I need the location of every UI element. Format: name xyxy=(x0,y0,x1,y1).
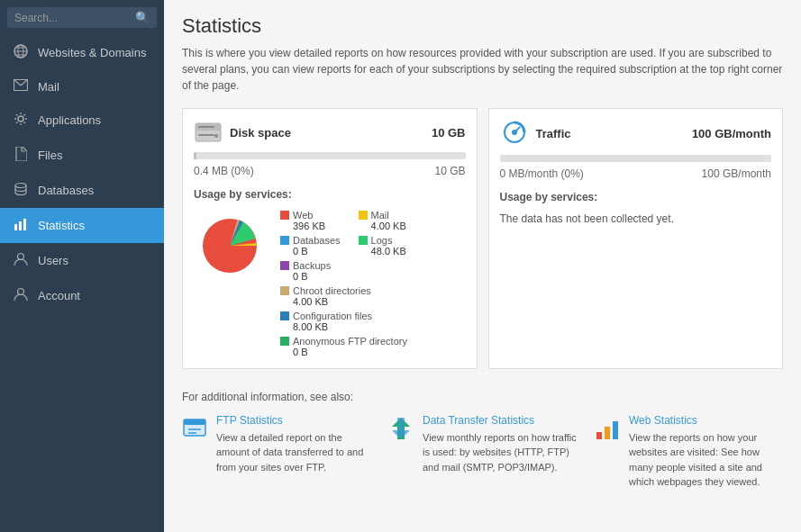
data-transfer-icon xyxy=(388,416,414,441)
legend-chroot: Chroot directories 4.00 KB xyxy=(280,285,418,307)
sidebar-label-applications: Applications xyxy=(38,113,101,127)
sidebar-item-mail[interactable]: Mail xyxy=(0,70,164,103)
sidebar-item-applications[interactable]: Applications xyxy=(0,103,164,138)
svg-rect-23 xyxy=(280,261,289,270)
files-icon xyxy=(13,147,29,164)
search-input[interactable] xyxy=(14,12,135,24)
ftp-statistics-desc: View a detailed report on the amount of … xyxy=(216,432,363,473)
sidebar-label-statistics: Statistics xyxy=(38,219,85,232)
svg-rect-15 xyxy=(198,126,214,128)
sidebar-label-mail: Mail xyxy=(38,80,59,94)
traffic-used: 0 MB/month (0%) xyxy=(500,167,584,180)
traffic-usage-title: Usage by services: xyxy=(500,191,772,203)
data-transfer-item: Data Transfer Statistics View monthly re… xyxy=(388,414,577,490)
web-statistics-link[interactable]: Web Statistics xyxy=(629,414,783,427)
sidebar: 🔍 Websites & Domains Mail Applications F… xyxy=(0,0,164,532)
svg-point-17 xyxy=(214,134,218,138)
disk-usage-legend: Web 396 KB Mail 4.00 KB xyxy=(280,210,418,357)
sidebar-label-account: Account xyxy=(38,289,80,302)
data-transfer-link[interactable]: Data Transfer Statistics xyxy=(423,414,577,427)
svg-rect-9 xyxy=(19,221,22,230)
svg-rect-25 xyxy=(280,311,289,320)
additional-links: FTP Statistics View a detailed report on… xyxy=(182,414,783,490)
legend-config: Configuration files 8.00 KB xyxy=(280,311,418,332)
svg-rect-21 xyxy=(280,236,289,245)
page-description: This is where you view detailed reports … xyxy=(182,45,783,94)
disk-icon xyxy=(194,120,223,145)
svg-rect-16 xyxy=(198,134,214,136)
account-icon xyxy=(13,287,29,304)
ftp-statistics-item: FTP Statistics View a detailed report on… xyxy=(182,414,370,490)
web-statistics-item: Web Statistics View the reports on how y… xyxy=(595,414,783,490)
svg-rect-20 xyxy=(359,211,368,220)
sidebar-item-databases[interactable]: Databases xyxy=(0,173,164,208)
traffic-total-sub: 100 GB/month xyxy=(702,167,771,180)
stats-row: Disk space 10 GB 0.4 MB (0%) 10 GB Usage… xyxy=(182,108,783,369)
disk-used: 0.4 MB (0%) xyxy=(194,165,254,177)
ftp-statistics-link[interactable]: FTP Statistics xyxy=(216,414,370,427)
traffic-total: 100 GB/month xyxy=(692,127,771,140)
disk-space-total: 10 GB xyxy=(432,126,466,140)
disk-pie-chart xyxy=(194,210,266,282)
disk-progress-fill xyxy=(194,152,196,159)
search-icon[interactable]: 🔍 xyxy=(135,11,150,24)
svg-rect-8 xyxy=(14,224,17,230)
disk-space-panel: Disk space 10 GB 0.4 MB (0%) 10 GB Usage… xyxy=(182,108,478,369)
applications-icon xyxy=(13,112,29,129)
web-statistics-icon xyxy=(595,416,620,441)
data-transfer-text: Data Transfer Statistics View monthly re… xyxy=(423,414,577,474)
legend-anon-ftp: Anonymous FTP directory 0 B xyxy=(280,336,418,357)
legend-databases: Databases 0 B xyxy=(280,235,341,257)
disk-usage-title: Usage by services: xyxy=(194,188,466,201)
databases-icon xyxy=(13,182,29,199)
disk-sub: 0.4 MB (0%) 10 GB xyxy=(194,165,466,177)
svg-rect-24 xyxy=(280,286,289,295)
users-icon xyxy=(13,252,29,269)
svg-rect-26 xyxy=(280,337,289,346)
svg-rect-37 xyxy=(605,427,610,439)
ftp-text: FTP Statistics View a detailed report on… xyxy=(216,414,370,474)
sidebar-label-users: Users xyxy=(38,254,68,267)
traffic-header: Traffic 100 GB/month xyxy=(500,120,772,148)
sidebar-label-files: Files xyxy=(38,149,62,162)
legend-backups: Backups 0 B xyxy=(280,260,418,282)
additional-section: For additional information, see also: FT… xyxy=(182,387,783,490)
disk-space-label: Disk space xyxy=(230,126,291,140)
web-statistics-desc: View the reports on how your websites ar… xyxy=(629,432,762,487)
traffic-no-data: The data has not been collected yet. xyxy=(500,212,772,225)
traffic-label: Traffic xyxy=(536,127,571,140)
sidebar-item-files[interactable]: Files xyxy=(0,138,164,173)
page-title: Statistics xyxy=(182,14,783,38)
traffic-panel: Traffic 100 GB/month 0 MB/month (0%) 100… xyxy=(488,108,784,369)
disk-title-wrap: Disk space xyxy=(194,120,291,145)
sidebar-item-websites-domains[interactable]: Websites & Domains xyxy=(0,35,164,70)
sidebar-item-users[interactable]: Users xyxy=(0,243,164,278)
sidebar-label-websites-domains: Websites & Domains xyxy=(38,46,146,59)
legend-web: Web 396 KB xyxy=(280,210,341,231)
sidebar-label-databases: Databases xyxy=(38,184,94,197)
traffic-title-wrap: Traffic xyxy=(500,120,571,148)
web-statistics-text: Web Statistics View the reports on how y… xyxy=(629,414,783,490)
globe-icon xyxy=(13,44,29,61)
svg-rect-10 xyxy=(23,219,26,230)
svg-rect-22 xyxy=(359,236,368,245)
traffic-progress-bg xyxy=(500,155,772,162)
svg-rect-38 xyxy=(613,421,618,439)
ftp-icon xyxy=(182,416,207,441)
svg-point-6 xyxy=(18,116,23,122)
traffic-icon xyxy=(500,120,529,148)
svg-rect-19 xyxy=(280,211,289,220)
legend-logs: Logs 48.0 KB xyxy=(359,235,419,257)
disk-progress-bg xyxy=(194,152,466,159)
sidebar-item-statistics[interactable]: Statistics xyxy=(0,208,164,243)
svg-marker-35 xyxy=(392,418,410,439)
main-content: Statistics This is where you view detail… xyxy=(164,0,801,532)
additional-title: For additional information, see also: xyxy=(182,391,783,403)
traffic-sub: 0 MB/month (0%) 100 GB/month xyxy=(500,167,772,180)
statistics-icon xyxy=(13,217,29,234)
search-box[interactable]: 🔍 xyxy=(7,7,157,28)
data-transfer-desc: View monthly reports on how traffic is u… xyxy=(423,432,577,473)
svg-point-7 xyxy=(15,184,26,188)
mail-icon xyxy=(13,79,29,94)
sidebar-item-account[interactable]: Account xyxy=(0,278,164,313)
